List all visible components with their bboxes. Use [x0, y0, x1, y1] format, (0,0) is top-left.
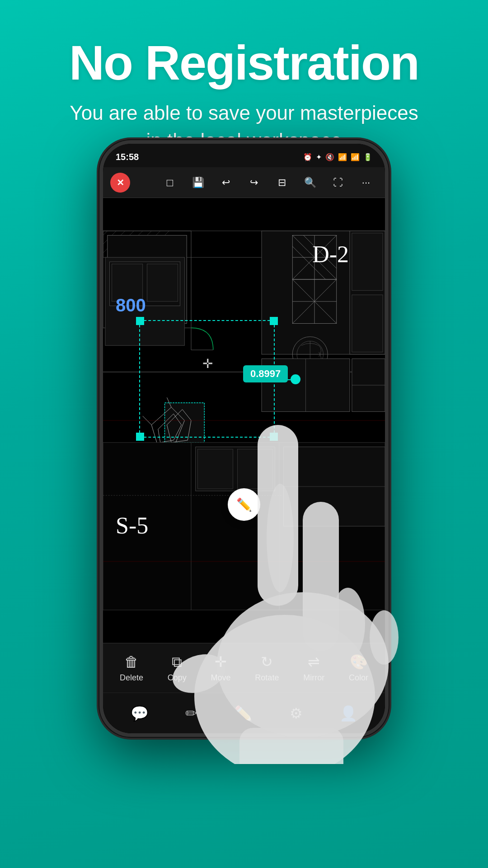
edit-nav-icon[interactable]: ✏️	[235, 705, 253, 722]
delete-label: Delete	[120, 673, 143, 683]
signal-icon: 📶	[338, 153, 347, 161]
phone-frame: 15:58 ⏰ ✦ 🔇 📶 📶 🔋 ✕ □	[99, 140, 389, 737]
rotate-label: Rotate	[255, 673, 279, 683]
alarm-icon: ⏰	[303, 153, 312, 161]
svg-rect-53	[198, 449, 233, 489]
svg-rect-31	[352, 295, 383, 352]
rotate-icon: ↻	[261, 653, 273, 670]
svg-rect-30	[352, 233, 383, 291]
undo-icon: ↩	[222, 177, 230, 189]
close-button[interactable]: ✕	[110, 173, 130, 193]
app-toolbar: ✕ □ 💾 ↩ ↪ ⊟ 🔍	[103, 167, 385, 198]
profile-nav-icon[interactable]: 👤	[339, 705, 357, 722]
cad-label-s5: S-5	[116, 512, 148, 539]
dimension-tooltip: 0.8997	[243, 365, 288, 382]
sel-handle-tl[interactable]	[136, 317, 144, 325]
sel-handle-tr[interactable]	[270, 317, 278, 325]
signal2-icon: 📶	[351, 153, 360, 161]
cad-label-800: 800	[116, 295, 146, 316]
file-button[interactable]: □	[158, 171, 182, 194]
main-title: No Registration	[27, 36, 461, 90]
fab-button[interactable]: ✏️	[228, 488, 260, 521]
rotate-tool[interactable]: ↻ Rotate	[255, 653, 279, 683]
status-bar: 15:58 ⏰ ✦ 🔇 📶 📶 🔋	[103, 144, 385, 167]
more-icon: ···	[362, 177, 370, 189]
zoom-button[interactable]: 🔍	[298, 171, 322, 194]
copy-label: Copy	[168, 673, 187, 683]
bluetooth-icon: ✦	[316, 153, 322, 161]
sel-handle-bl[interactable]	[136, 433, 144, 441]
status-time: 15:58	[116, 152, 139, 162]
layout-button[interactable]: ⊟	[270, 171, 294, 194]
copy-tool[interactable]: ⧉ Copy	[168, 654, 187, 683]
chat-nav-icon[interactable]: 💬	[131, 705, 149, 722]
phone-wrapper: 15:58 ⏰ ✦ 🔇 📶 📶 🔋 ✕ □	[99, 140, 389, 737]
move-cursor-icon: ✛	[202, 356, 213, 371]
mute-icon: 🔇	[325, 153, 334, 161]
fab-icon: ✏️	[236, 497, 252, 512]
bottom-nav: 💬 ✏ ✏️ ⚙ 👤	[103, 693, 385, 733]
redo-button[interactable]: ↪	[242, 171, 266, 194]
rotation-handle[interactable]	[291, 374, 300, 384]
move-label: Move	[211, 673, 231, 683]
delete-tool[interactable]: 🗑 Delete	[120, 654, 143, 683]
redo-icon: ↪	[250, 177, 258, 189]
layout-icon: ⊟	[278, 177, 286, 189]
svg-rect-54	[237, 449, 272, 489]
mirror-label: Mirror	[303, 673, 324, 683]
color-label: Color	[349, 673, 368, 683]
bottom-toolbar: 🗑 Delete ⧉ Copy ✛ Move ↻ Rotate ⇌ Mir	[103, 643, 385, 693]
fullscreen-button[interactable]: ⛶	[326, 171, 350, 194]
copy-icon: ⧉	[172, 654, 182, 670]
fullscreen-icon: ⛶	[333, 177, 343, 189]
move-icon: ✛	[215, 653, 227, 670]
file-icon: □	[167, 176, 174, 189]
save-button[interactable]: 💾	[186, 171, 210, 194]
undo-button[interactable]: ↩	[214, 171, 238, 194]
svg-rect-15	[147, 264, 178, 302]
delete-icon: 🗑	[124, 654, 139, 670]
mirror-icon: ⇌	[308, 653, 320, 670]
settings-nav-icon[interactable]: ⚙	[290, 705, 303, 722]
more-button[interactable]: ···	[354, 171, 378, 194]
pencil-nav-icon[interactable]: ✏	[185, 705, 197, 722]
color-icon: 🎨	[350, 653, 368, 670]
mirror-tool[interactable]: ⇌ Mirror	[303, 653, 324, 683]
sel-handle-br[interactable]	[270, 433, 278, 441]
zoom-icon: 🔍	[304, 177, 316, 189]
save-icon: 💾	[192, 177, 204, 189]
cad-area[interactable]: D-2 800 S-5 ✛ 0.8997	[103, 198, 385, 643]
color-tool[interactable]: 🎨 Color	[349, 653, 368, 683]
battery-icon: 🔋	[363, 153, 372, 161]
phone-screen: 15:58 ⏰ ✦ 🔇 📶 📶 🔋 ✕ □	[103, 144, 385, 733]
status-icons: ⏰ ✦ 🔇 📶 📶 🔋	[303, 153, 372, 161]
cad-label-d2: D-2	[312, 241, 349, 268]
move-tool[interactable]: ✛ Move	[211, 653, 231, 683]
close-icon: ✕	[117, 177, 124, 188]
